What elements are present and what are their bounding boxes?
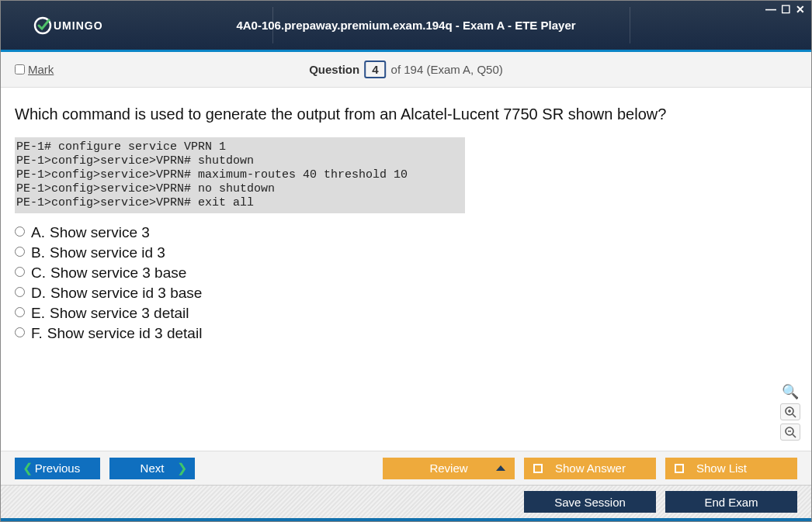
option-c[interactable]: C. Show service 3 base [15,264,797,282]
save-session-button[interactable]: Save Session [524,491,656,513]
option-e[interactable]: E. Show service 3 detail [15,305,797,322]
triangle-up-icon [496,465,505,471]
title-bar: UMINGO 4A0-106.prepaway.premium.exam.194… [1,1,811,52]
next-button[interactable]: Next ❯ [109,458,195,479]
chevron-right-icon: ❯ [177,461,187,475]
window-title: 4A0-106.prepaway.premium.exam.194q - Exa… [236,19,575,32]
minimize-icon[interactable]: — [765,4,776,15]
question-indicator: Question 4 of 194 (Exam A, Q50) [309,60,503,78]
info-bar: Mark Question 4 of 194 (Exam A, Q50) [1,52,811,88]
brand-text: UMINGO [54,19,103,32]
option-radio[interactable] [15,226,25,237]
question-number-input[interactable]: 4 [364,60,386,78]
option-b[interactable]: B. Show service id 3 [15,244,797,261]
code-block: PE-1# configure service VPRN 1 PE-1>conf… [15,137,465,213]
option-radio[interactable] [15,267,25,277]
close-icon[interactable]: ✕ [796,4,805,15]
review-button[interactable]: Review [383,458,515,479]
svg-line-2 [793,414,796,417]
checkbox-icon [533,464,543,473]
option-radio[interactable] [15,327,25,337]
divider [630,7,630,43]
show-list-button[interactable]: Show List [665,458,797,479]
end-exam-button[interactable]: End Exam [665,491,797,513]
content-area: Which command is used to generate the ou… [9,90,803,448]
option-radio[interactable] [15,307,25,317]
question-of-text: of 194 (Exam A, Q50) [391,63,503,76]
svg-line-6 [793,434,796,437]
option-radio[interactable] [15,287,25,297]
search-icon[interactable]: 🔍 [780,383,800,400]
option-radio[interactable] [15,247,25,257]
mark-checkbox[interactable] [15,64,25,74]
footer-primary: ❮ Previous Next ❯ Review Show Answer Sho… [1,451,811,485]
app-logo: UMINGO [33,16,103,35]
zoom-in-icon[interactable] [780,403,800,420]
zoom-out-icon[interactable] [780,423,800,441]
show-answer-button[interactable]: Show Answer [524,458,656,479]
chevron-left-icon: ❮ [23,461,33,475]
options-list: A. Show service 3 B. Show service id 3 C… [15,224,797,342]
checkbox-icon [675,464,684,473]
option-f[interactable]: F. Show service id 3 detail [15,325,797,342]
option-a[interactable]: A. Show service 3 [15,224,797,241]
previous-button[interactable]: ❮ Previous [15,458,100,479]
mark-label[interactable]: Mark [28,63,54,76]
question-text: Which command is used to generate the ou… [15,105,797,123]
option-d[interactable]: D. Show service id 3 base [15,285,797,302]
footer-secondary: Save Session End Exam [1,485,811,521]
maximize-icon[interactable]: ☐ [781,4,791,15]
question-word: Question [309,63,359,76]
checkmark-icon [33,16,52,35]
